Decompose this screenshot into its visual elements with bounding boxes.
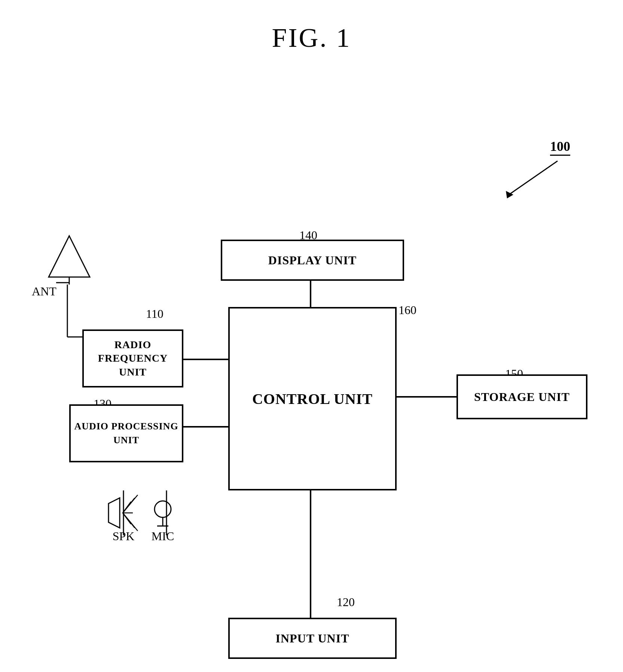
storage-unit-block: STORAGE UNIT	[456, 374, 587, 419]
radio-freq-unit-block: RADIO FREQUENCY UNIT	[82, 329, 183, 387]
antenna-symbol	[45, 232, 94, 286]
input-unit-block: INPUT UNIT	[228, 618, 397, 659]
mic-label: MIC	[150, 529, 176, 543]
control-unit-block: CONTROL UNIT	[228, 307, 397, 490]
display-unit-block: DISPLAY UNIT	[221, 240, 404, 281]
svg-marker-12	[49, 236, 90, 277]
svg-line-21	[123, 513, 138, 531]
diagram-container: FIG. 1	[0, 0, 623, 672]
svg-marker-15	[109, 498, 120, 528]
audio-processing-unit-block: AUDIO PROCESSINGUNIT	[69, 404, 183, 462]
ref100-label: 100	[550, 139, 570, 154]
mic-symbol: MIC	[150, 498, 176, 543]
figure-title: FIG. 1	[0, 0, 623, 54]
ref160-label: 160	[398, 303, 416, 317]
ant-label: ANT	[32, 285, 57, 298]
svg-line-18	[123, 495, 138, 513]
speaker-symbol: SPK	[101, 494, 146, 543]
svg-marker-1	[506, 191, 513, 198]
svg-line-0	[509, 161, 558, 195]
svg-point-23	[155, 501, 171, 517]
ref110-label: 110	[146, 307, 164, 321]
ref120-label: 120	[337, 595, 355, 609]
